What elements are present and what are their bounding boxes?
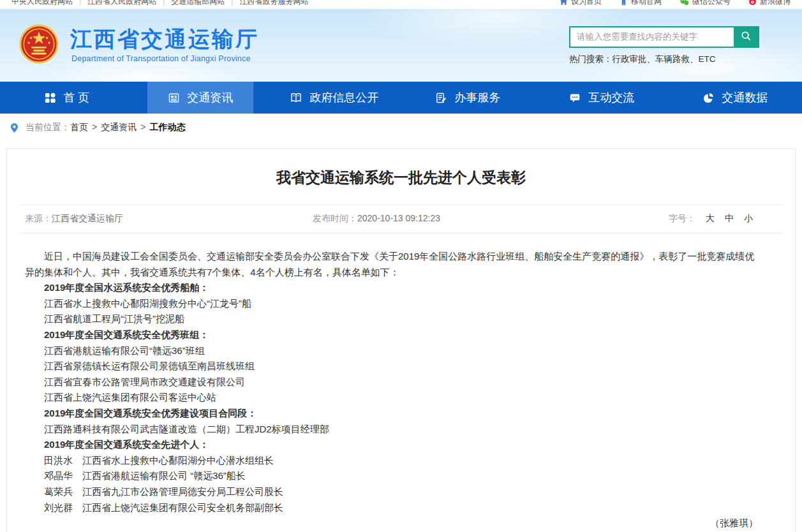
news-icon — [168, 92, 180, 104]
article-section-heading: 2019年度全国交通系统安全先进个人： — [25, 437, 758, 453]
nav-item-label: 首 页 — [63, 90, 89, 105]
breadcrumb: 当前位置： 首页>交通资讯>工作动态 — [0, 114, 802, 142]
topbar: 中央人民政府网站|江西省人民政府网站|交通运输部网站|江西省政务服务网站 设为首… — [0, 0, 802, 9]
breadcrumb-separator: > — [140, 122, 145, 132]
topbar-link[interactable]: 江西省政务服务网站 — [239, 0, 308, 6]
article-title: 我省交通运输系统一批先进个人受表彰 — [7, 149, 795, 204]
national-emblem-icon — [19, 24, 59, 66]
nav-item-办事服务[interactable]: 办事服务 — [401, 82, 535, 114]
nav-item-label: 交通数据 — [722, 90, 768, 105]
nav-item-首页[interactable]: 首 页 — [0, 82, 134, 114]
search-icon — [740, 30, 752, 43]
quick-link-mobile[interactable]: 移动官网 — [620, 0, 662, 8]
quick-link-label: 设为首页 — [571, 0, 602, 8]
breadcrumb-label: 当前位置： — [26, 122, 70, 133]
font-size-option-中[interactable]: 中 — [725, 213, 734, 223]
breadcrumb-item: 工作动态 — [149, 122, 185, 132]
weibo-icon — [748, 0, 757, 8]
nav-item-互动交流[interactable]: 互动交流 — [535, 82, 669, 114]
article-paragraph: 江西省航道工程局“江洪号”挖泥船 — [25, 311, 758, 327]
article-panel: 我省交通运输系统一批先进个人受表彰 来源：江西省交通运输厅 发布时间：2020-… — [6, 148, 796, 532]
search-box — [569, 26, 759, 48]
topbar-quick-links: 设为首页移动官网微信公众号新浪微博 — [560, 0, 791, 8]
breadcrumb-item[interactable]: 首页 — [70, 122, 88, 132]
topbar-link[interactable]: 江西省人民政府网站 — [87, 0, 156, 6]
article-paragraph: 邓晶华 江西省港航运输有限公司 “赣远36”船长 — [25, 468, 758, 484]
mobile-icon — [620, 0, 628, 8]
font-size-control: 字号：大中小 — [669, 213, 782, 225]
article-paragraph: 近日，中国海员建设工会全国委员会、交通运输部安全委员会办公室联合下发《关于201… — [25, 249, 758, 280]
quick-link-wechat[interactable]: 微信公众号 — [679, 0, 731, 8]
hot-search: 热门搜索：行政审批、车辆路救、ETC — [569, 54, 759, 65]
form-icon — [435, 92, 447, 104]
article-publish-time: 发布时间：2020-10-13 09:12:23 — [313, 213, 440, 225]
article-body: 近日，中国海员建设工会全国委员会、交通运输部安全委员会办公室联合下发《关于201… — [7, 233, 795, 532]
topbar-link[interactable]: 交通运输部网站 — [171, 0, 225, 6]
hot-search-label: 热门搜索： — [569, 54, 613, 64]
main-nav: 首 页交通资讯政府信息公开办事服务互动交流交通数据 — [0, 82, 802, 114]
nav-item-label: 政府信息公开 — [309, 90, 378, 105]
book-icon — [290, 92, 302, 104]
nav-item-label: 互动交流 — [588, 90, 634, 105]
topbar-link[interactable]: 中央人民政府网站 — [11, 0, 73, 6]
font-size-option-大[interactable]: 大 — [706, 213, 715, 223]
breadcrumb-item[interactable]: 交通资讯 — [101, 122, 137, 132]
article-paragraph: 江西省水上搜救中心鄱阳湖搜救分中心“江龙号”船 — [25, 296, 758, 312]
article-signature: （张雅琪） — [25, 515, 758, 531]
hot-search-items[interactable]: 行政审批、车辆路救、ETC — [613, 54, 716, 64]
grid-icon — [44, 92, 56, 104]
site-header: 江西省交通运输厅 Department of Transportation of… — [0, 9, 802, 82]
topbar-link-separator: | — [231, 0, 233, 6]
article-paragraph: 江西省宜春市公路管理局市政交通建设有限公司 — [25, 374, 758, 390]
article-paragraph: 江西省港航运输有限公司“赣远36”班组 — [25, 343, 758, 359]
article-meta: 来源：江西省交通运输厅 发布时间：2020-10-13 09:12:23 字号：… — [20, 204, 782, 233]
quick-link-label: 新浪微博 — [760, 0, 791, 8]
quick-link-label: 移动官网 — [631, 0, 662, 8]
article-paragraph: 江西路通科技有限公司武吉隧道改造（二期）工程JD2标项目经理部 — [25, 422, 758, 438]
font-size-option-小[interactable]: 小 — [744, 213, 753, 223]
topbar-link-separator: | — [163, 0, 165, 6]
nav-item-交通数据[interactable]: 交通数据 — [669, 82, 802, 114]
search-button[interactable] — [734, 27, 758, 47]
article-section-heading: 2019年度全国水运系统安全优秀船舶： — [25, 280, 758, 296]
breadcrumb-separator: > — [92, 122, 97, 132]
article-paragraph: 刘光群 江西省上饶汽运集团有限公司安全机务部副部长 — [25, 500, 758, 516]
quick-link-label: 微信公众号 — [692, 0, 731, 8]
pie-icon — [702, 92, 715, 104]
article-paragraph: 田洪水 江西省水上搜救中心鄱阳湖分中心潜水组组长 — [25, 453, 758, 469]
search-input[interactable] — [570, 27, 734, 47]
location-pin-icon — [9, 122, 20, 134]
article-paragraph: 江西省景德镇长运有限公司景德镇至南昌班线班组 — [25, 358, 758, 374]
home-icon — [560, 0, 568, 8]
nav-item-label: 办事服务 — [454, 90, 500, 105]
site-title: 江西省交通运输厅 — [70, 27, 259, 51]
nav-item-政府信息公开[interactable]: 政府信息公开 — [267, 82, 401, 114]
article-section-heading: 2019年度全国交通系统安全优秀班组： — [25, 327, 758, 343]
article-paragraph: 江西省上饶汽运集团有限公司客运中心站 — [25, 390, 758, 406]
article-section-heading: 2019年度全国交通系统安全优秀建设项目合同段： — [25, 406, 758, 422]
site-title-english: Department of Transportation of Jiangxi … — [71, 54, 259, 63]
font-size-label: 字号： — [669, 213, 695, 223]
topbar-link-separator: | — [79, 0, 81, 6]
article-paragraph: 葛荣兵 江西省九江市公路管理局德安分局工程公司股长 — [25, 484, 758, 500]
wechat-icon — [679, 0, 689, 8]
site-logo[interactable]: 江西省交通运输厅 Department of Transportation of… — [19, 24, 259, 66]
chat-icon — [568, 92, 581, 104]
quick-link-weibo[interactable]: 新浪微博 — [748, 0, 791, 8]
quick-link-home[interactable]: 设为首页 — [560, 0, 602, 8]
article-source: 来源：江西省交通运输厅 — [20, 213, 123, 225]
topbar-links: 中央人民政府网站|江西省人民政府网站|交通运输部网站|江西省政务服务网站 — [11, 0, 308, 8]
nav-item-label: 交通资讯 — [187, 90, 233, 105]
nav-item-交通资讯[interactable]: 交通资讯 — [134, 82, 268, 114]
